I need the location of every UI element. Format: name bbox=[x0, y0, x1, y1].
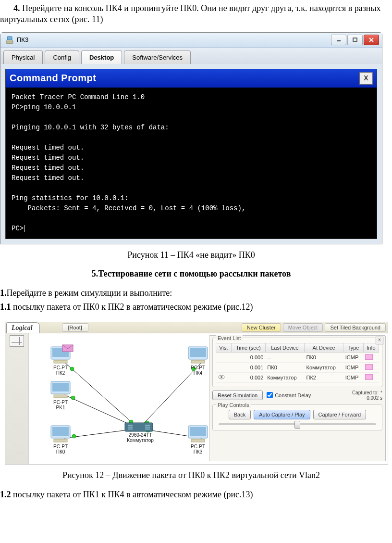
reset-simulation-button[interactable]: Reset Simulation bbox=[212, 391, 263, 400]
eye-icon bbox=[216, 372, 232, 382]
svg-rect-34 bbox=[191, 360, 205, 363]
svg-rect-28 bbox=[54, 395, 67, 398]
new-cluster-button[interactable]: New Cluster bbox=[242, 323, 281, 332]
table-row[interactable]: 0.001 ПК0 Коммутатор ICMP bbox=[216, 362, 379, 372]
svg-rect-37 bbox=[191, 439, 205, 442]
table-row[interactable]: 0.000 -- ПК0 ICMP bbox=[216, 352, 379, 362]
step1-paragraph: 1.Перейдите в режим симуляции и выполнит… bbox=[0, 288, 382, 299]
fig11-window: ПК3 Physical Config Desktop Software/Ser… bbox=[0, 32, 382, 244]
command-prompt-title: Command Prompt bbox=[10, 73, 96, 84]
label-pk3: PC-PTПК3 bbox=[184, 444, 211, 455]
table-row[interactable]: 0.002 Коммутатор ПК2 ICMP bbox=[216, 372, 379, 382]
constant-delay-checkbox[interactable]: Constant Delay bbox=[267, 392, 311, 398]
command-prompt-close-button[interactable]: X bbox=[359, 72, 373, 85]
col-info[interactable]: Info bbox=[363, 343, 379, 352]
svg-rect-1 bbox=[7, 37, 12, 40]
step1-1-text: посылку пакета от ПК0 к ПК2 в автоматиче… bbox=[11, 302, 253, 312]
tab-strip: Physical Config Desktop Software/Service… bbox=[0, 48, 382, 64]
step1-prefix: 1. bbox=[0, 288, 7, 298]
label-switch: 2960-24TTКоммутатор bbox=[123, 432, 158, 443]
step1-2-prefix: 1.2 bbox=[0, 490, 11, 499]
svg-rect-2 bbox=[6, 42, 13, 43]
capture-forward-button[interactable]: Capture / Forward bbox=[313, 410, 367, 419]
col-at-device[interactable]: At Device bbox=[305, 343, 343, 352]
step4-paragraph: 4. Перейдите на консоль ПК4 и пропингуйт… bbox=[0, 3, 382, 25]
panel-close-button[interactable]: × bbox=[376, 337, 383, 344]
maximize-button[interactable] bbox=[347, 35, 363, 45]
step4-number: 4. bbox=[13, 3, 20, 13]
event-list-label: Event List bbox=[216, 335, 243, 341]
fig11-caption: Рисунок 11 – ПК4 «не видит» ПК0 bbox=[0, 250, 382, 260]
col-last-device[interactable]: Last Device bbox=[265, 343, 304, 352]
tab-software-services[interactable]: Software/Services bbox=[124, 51, 191, 64]
svg-point-16 bbox=[72, 434, 76, 438]
close-button[interactable] bbox=[364, 35, 379, 45]
window-title: ПК3 bbox=[17, 36, 331, 43]
back-button[interactable]: Back bbox=[229, 410, 251, 419]
svg-rect-30 bbox=[52, 427, 69, 436]
tab-desktop[interactable]: Desktop bbox=[81, 51, 122, 64]
step1-2-text: посылку пакета от ПК1 к ПК4 в автоматиче… bbox=[11, 490, 253, 499]
constant-delay-input[interactable] bbox=[267, 392, 273, 398]
svg-rect-31 bbox=[54, 439, 67, 442]
label-pk4: PC-PTПК4 bbox=[184, 365, 211, 376]
svg-rect-24 bbox=[54, 360, 67, 363]
svg-rect-36 bbox=[190, 427, 206, 436]
section5-heading: 5.Тестирование сети с помощью рассылки п… bbox=[0, 269, 382, 279]
step1-2-paragraph: 1.2 посылку пакета от ПК1 к ПК4 в автома… bbox=[0, 489, 382, 500]
navigation-stub bbox=[5, 333, 29, 464]
col-vis[interactable]: Vis. bbox=[216, 343, 232, 352]
play-controls-label: Play Controls bbox=[216, 402, 251, 408]
col-type[interactable]: Type bbox=[343, 343, 364, 352]
svg-rect-27 bbox=[52, 383, 69, 391]
captured-to-label: Captured to:* 0.002 s bbox=[352, 390, 382, 401]
minimize-button[interactable] bbox=[331, 35, 346, 45]
tab-config[interactable]: Config bbox=[45, 51, 79, 64]
svg-rect-33 bbox=[190, 348, 206, 357]
step1-1-prefix: 1.1 bbox=[0, 302, 11, 312]
auto-capture-play-button[interactable]: Auto Capture / Play bbox=[254, 410, 310, 419]
label-pk1: PC-PTPK1 bbox=[47, 400, 74, 411]
app-icon bbox=[5, 36, 14, 44]
info-color-swatch bbox=[365, 364, 373, 370]
set-tiled-background-button[interactable]: Set Tiled Background bbox=[325, 323, 386, 332]
window-titlebar: ПК3 bbox=[0, 33, 382, 48]
simulation-panel: × Event List Vis. Time (sec) Last Device… bbox=[209, 335, 386, 461]
col-time[interactable]: Time (sec) bbox=[231, 343, 265, 352]
step4-text: Перейдите на консоль ПК4 и пропингуйте П… bbox=[0, 3, 381, 24]
logical-tab[interactable]: Logical bbox=[6, 322, 40, 333]
svg-point-46 bbox=[220, 376, 222, 378]
svg-rect-4 bbox=[353, 38, 357, 41]
info-color-swatch bbox=[365, 354, 373, 360]
fig12-packet-tracer: Logical [Root] New Cluster Move Object S… bbox=[5, 322, 388, 465]
breadcrumb-root[interactable]: [Root] bbox=[62, 323, 88, 332]
command-prompt-output[interactable]: Packet Tracer PC Command Line 1.0 PC>pin… bbox=[6, 88, 377, 239]
label-pk0: PC-PTПК0 bbox=[47, 444, 74, 455]
fig12-caption: Рисунок 12 – Движение пакета от ПК0 к ПК… bbox=[0, 470, 382, 480]
slider-thumb[interactable] bbox=[294, 421, 300, 429]
step1-1-paragraph: 1.1 посылку пакета от ПК0 к ПК2 в автома… bbox=[0, 302, 382, 313]
svg-line-7 bbox=[64, 362, 139, 429]
label-pk2: PC-PTПК2 bbox=[47, 365, 74, 376]
info-color-swatch bbox=[365, 374, 373, 380]
step1-text: Перейдите в режим симуляции и выполните: bbox=[7, 288, 172, 298]
move-object-button[interactable]: Move Object bbox=[283, 323, 323, 332]
navigator-icon[interactable] bbox=[10, 335, 24, 347]
speed-slider[interactable] bbox=[219, 423, 376, 425]
tab-physical[interactable]: Physical bbox=[3, 51, 43, 64]
command-prompt-window: Command Prompt X Packet Tracer PC Comman… bbox=[5, 69, 377, 239]
svg-point-14 bbox=[71, 396, 75, 400]
event-list-table: Vis. Time (sec) Last Device At Device Ty… bbox=[216, 343, 379, 383]
